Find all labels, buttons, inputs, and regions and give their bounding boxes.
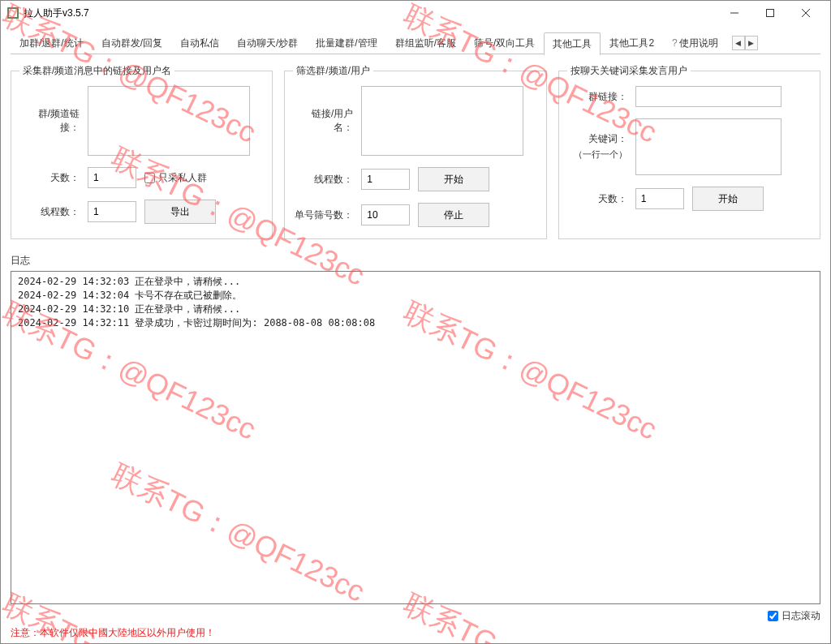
tab-2[interactable]: 自动私信 [171,32,228,54]
tab-scroll-right[interactable]: ▶ [745,36,758,50]
group-link-label: 群/频道链接： [19,107,80,135]
filter-link-input[interactable] [361,86,523,156]
log-scroll-label: 日志滚动 [781,609,820,623]
threads-input-1[interactable] [88,201,136,222]
per-account-label: 单号筛号数： [293,208,353,222]
panel-filter: 筛选群/频道/用户 链接/用户名： 线程数： 开始 单号筛号数： 停止 [284,64,546,239]
panel-filter-legend: 筛选群/频道/用户 [293,64,373,78]
panel-collect-links-legend: 采集群/频道消息中的链接及用户名 [19,64,174,78]
days-input[interactable] [88,167,136,188]
question-icon: ? [672,37,678,49]
log-scroll-wrap[interactable]: 日志滚动 [768,609,820,623]
kw-days-label: 天数： [567,192,627,206]
log-section: 日志 2024-02-29 14:32:03 正在登录中，请稍候... 2024… [11,254,820,623]
filter-link-label: 链接/用户名： [293,107,353,135]
export-button[interactable]: 导出 [144,200,216,224]
filter-stop-button[interactable]: 停止 [418,203,489,227]
panels-row: 采集群/频道消息中的链接及用户名 群/频道链接： 天数： 只采私人群 线程数： [11,64,820,239]
client-area: 加群/退群/统计 自动群发/回复 自动私信 自动聊天/炒群 批量建群/管理 群组… [1,25,830,643]
tab-0[interactable]: 加群/退群/统计 [11,32,93,54]
tab-5[interactable]: 群组监听/客服 [386,32,465,54]
app-icon [7,7,19,19]
tab-3[interactable]: 自动聊天/炒群 [228,32,307,54]
log-label: 日志 [11,254,820,268]
kw-group-link-label: 群链接： [567,90,627,104]
panel-keyword-legend: 按聊天关键词采集发言用户 [567,64,691,78]
threads-label-2: 线程数： [293,173,353,187]
kw-days-input[interactable] [635,188,684,209]
svg-rect-1 [767,10,774,17]
log-scroll-checkbox[interactable] [768,611,778,621]
titlebar: 拉人助手v3.5.7 [1,1,830,25]
close-button[interactable] [788,2,824,24]
tab-6[interactable]: 筛号/双向工具 [465,32,544,54]
private-only-label: 只采私人群 [158,171,207,185]
panel-keyword: 按聊天关键词采集发言用户 群链接： 关键词： （一行一个） 天数： 开始 [558,64,820,239]
panel-collect-links: 采集群/频道消息中的链接及用户名 群/频道链接： 天数： 只采私人群 线程数： [11,64,273,239]
threads-input-2[interactable] [361,169,410,190]
tab-4[interactable]: 批量建群/管理 [307,32,385,54]
tab-scroll: ◀ ▶ [732,36,758,50]
window-title: 拉人助手v3.5.7 [24,6,717,20]
keywords-label: 关键词： （一行一个） [567,131,627,162]
footer-warning: 注意：本软件仅限中國大陸地区以外用户使用！ [11,626,820,640]
log-textarea[interactable]: 2024-02-29 14:32:03 正在登录中，请稍候... 2024-02… [11,271,820,604]
keywords-input[interactable] [635,118,781,175]
kw-group-link-input[interactable] [635,86,781,107]
keyword-start-button[interactable]: 开始 [692,187,764,211]
main-window: 拉人助手v3.5.7 加群/退群/统计 自动群发/回复 自动私信 自动聊天/炒群… [0,0,831,644]
minimize-button[interactable] [717,2,752,24]
per-account-input[interactable] [361,204,410,225]
days-label: 天数： [19,171,80,185]
maximize-button[interactable] [752,2,788,24]
log-footer: 日志滚动 [11,609,820,623]
private-only-checkbox-wrap[interactable]: 只采私人群 [144,171,207,185]
tab-9-label: 使用说明 [679,37,718,49]
tab-8[interactable]: 其他工具2 [601,32,663,54]
private-only-checkbox[interactable] [144,173,155,183]
tab-9[interactable]: ?使用说明 [663,32,727,54]
tabs-bar: 加群/退群/统计 自动群发/回复 自动私信 自动聊天/炒群 批量建群/管理 群组… [11,32,820,54]
threads-label-1: 线程数： [19,205,80,219]
group-link-input[interactable] [88,86,250,156]
tab-1[interactable]: 自动群发/回复 [93,32,171,54]
tab-scroll-left[interactable]: ◀ [732,36,745,50]
window-controls [717,2,824,24]
filter-start-button[interactable]: 开始 [418,167,489,191]
tab-7[interactable]: 其他工具 [544,32,601,55]
